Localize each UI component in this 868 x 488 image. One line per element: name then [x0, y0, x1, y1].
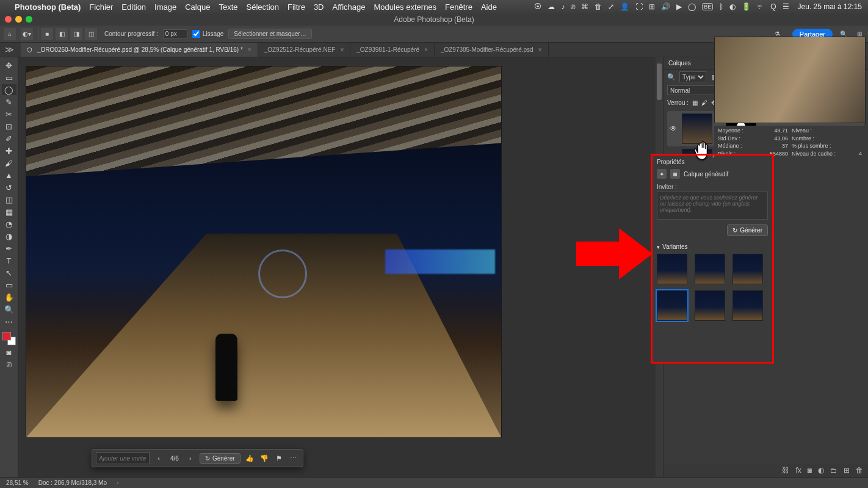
- document-tab[interactable]: _OZ97385-Modifier-Récupéré.psd ×: [435, 43, 549, 57]
- document-tab[interactable]: _OZ92512-Récupéré.NEF ×: [258, 43, 351, 57]
- home-icon[interactable]: ⌂: [4, 28, 16, 40]
- link-layers-icon[interactable]: ⛓: [782, 466, 789, 475]
- eyedropper-tool-icon[interactable]: ✐: [2, 133, 16, 144]
- thumbs-down-icon[interactable]: 👎: [259, 453, 270, 464]
- stamp-tool-icon[interactable]: ▲: [2, 170, 16, 181]
- variant-thumbnail[interactable]: [732, 254, 763, 284]
- color-swatches[interactable]: [2, 332, 16, 345]
- path-select-tool-icon[interactable]: ↖: [2, 267, 16, 278]
- battery-icon[interactable]: 🔋: [742, 2, 751, 11]
- anti-alias-checkbox[interactable]: Lissage: [192, 30, 223, 38]
- close-tab-icon[interactable]: ×: [340, 46, 344, 53]
- menu-image[interactable]: Image: [154, 2, 176, 12]
- quick-select-tool-icon[interactable]: ✎: [2, 96, 16, 107]
- zoom-level[interactable]: 28,51 %: [6, 479, 29, 486]
- gradient-tool-icon[interactable]: ▦: [2, 206, 16, 217]
- quick-mask-icon[interactable]: ◙: [2, 346, 16, 357]
- close-window-button[interactable]: [5, 16, 12, 23]
- minimize-window-button[interactable]: [15, 16, 22, 23]
- menu-texte[interactable]: Texte: [219, 2, 237, 12]
- status-icon[interactable]: 🗑: [595, 2, 602, 11]
- new-layer-icon[interactable]: ⊞: [844, 466, 850, 475]
- delete-layer-icon[interactable]: 🗑: [856, 466, 863, 475]
- lock-pixels-icon[interactable]: 🖌: [701, 99, 707, 106]
- menu-fenetre[interactable]: Fenêtre: [445, 2, 472, 12]
- layer-style-icon[interactable]: fx: [795, 466, 801, 475]
- status-icon[interactable]: ⌘: [581, 2, 588, 11]
- feather-input[interactable]: [163, 29, 187, 39]
- control-center-icon[interactable]: ☰: [783, 2, 789, 11]
- status-icon[interactable]: ▶: [676, 2, 682, 11]
- lasso-tool-icon[interactable]: ◯: [2, 84, 16, 95]
- collapse-tabs-icon[interactable]: ≫: [5, 45, 15, 54]
- prompt-textarea[interactable]: [657, 192, 768, 220]
- menu-3d[interactable]: 3D: [314, 2, 324, 12]
- generate-button[interactable]: ↻ Générer: [200, 453, 241, 464]
- subtract-selection-icon[interactable]: ◨: [70, 28, 82, 40]
- dodge-tool-icon[interactable]: ◑: [2, 231, 16, 242]
- foreground-color-swatch[interactable]: [2, 332, 11, 340]
- frame-tool-icon[interactable]: ⊡: [2, 121, 16, 132]
- select-and-mask-button[interactable]: Sélectionner et masquer…: [228, 29, 311, 39]
- status-icon[interactable]: ♪: [561, 2, 565, 11]
- menu-selection[interactable]: Sélection: [247, 2, 279, 12]
- generate-button[interactable]: ↻ Générer: [727, 224, 768, 236]
- zoom-window-button[interactable]: [26, 16, 32, 23]
- pen-tool-icon[interactable]: ✒: [2, 243, 16, 254]
- edit-toolbar-icon[interactable]: ⋯: [2, 316, 16, 327]
- clock[interactable]: Jeu. 25 mai à 12:15: [798, 2, 862, 11]
- menu-calque[interactable]: Calque: [185, 2, 210, 12]
- more-icon[interactable]: ⋯: [288, 453, 299, 464]
- next-variant-icon[interactable]: ›: [185, 453, 196, 464]
- type-tool-icon[interactable]: T: [2, 255, 16, 266]
- screen-mode-icon[interactable]: ⎚: [2, 359, 16, 370]
- layer-mask-icon[interactable]: ◙: [808, 466, 812, 475]
- status-icon[interactable]: ⛶: [635, 2, 643, 11]
- generative-prompt-input[interactable]: [96, 452, 150, 464]
- menu-affichage[interactable]: Affichage: [333, 2, 366, 12]
- adjustment-layer-icon[interactable]: ◐: [818, 466, 824, 475]
- thumbs-up-icon[interactable]: 👍: [244, 453, 255, 464]
- flag-icon[interactable]: ⚑: [273, 453, 284, 464]
- app-name[interactable]: Photoshop (Beta): [15, 2, 81, 12]
- document-tab[interactable]: _OZ93981-1-Récupéré ×: [350, 43, 435, 57]
- status-icon[interactable]: ⊞: [649, 2, 655, 11]
- close-tab-icon[interactable]: ×: [248, 46, 251, 53]
- new-selection-icon[interactable]: ■: [41, 28, 53, 40]
- variants-header[interactable]: ▾ Variantes: [657, 236, 768, 250]
- anti-alias-input[interactable]: [192, 30, 200, 38]
- status-chevron-icon[interactable]: ›: [117, 479, 118, 486]
- group-icon[interactable]: 🗀: [830, 466, 837, 475]
- status-icon[interactable]: 👤: [620, 2, 629, 11]
- healing-tool-icon[interactable]: ✚: [2, 145, 16, 156]
- menu-fichier[interactable]: Fichier: [89, 2, 113, 12]
- crop-tool-icon[interactable]: ✂: [2, 109, 16, 120]
- status-icon[interactable]: ⤢: [608, 2, 614, 11]
- menu-filtre[interactable]: Filtre: [288, 2, 305, 12]
- search-icon[interactable]: 🔍: [667, 73, 676, 81]
- contextual-taskbar[interactable]: ‹ 4/6 › ↻ Générer 👍 👎 ⚑ ⋯: [92, 449, 303, 467]
- wifi-icon[interactable]: ᯤ: [757, 2, 764, 11]
- variant-thumbnail[interactable]: [657, 290, 687, 321]
- intersect-selection-icon[interactable]: ◫: [85, 28, 97, 40]
- history-brush-tool-icon[interactable]: ↺: [2, 182, 16, 193]
- menu-modules[interactable]: Modules externes: [374, 2, 436, 12]
- status-icon[interactable]: BE: [702, 3, 713, 10]
- layer-thumbnail[interactable]: [682, 113, 712, 144]
- eraser-tool-icon[interactable]: ◫: [2, 194, 16, 205]
- status-icon[interactable]: ⦿: [534, 2, 541, 11]
- variant-thumbnail[interactable]: [695, 290, 725, 321]
- bluetooth-icon[interactable]: ᛒ: [719, 2, 723, 11]
- variant-thumbnail[interactable]: [732, 290, 763, 321]
- properties-panel-title[interactable]: Propriétés: [657, 159, 768, 165]
- status-icon[interactable]: ☁: [548, 2, 555, 11]
- close-tab-icon[interactable]: ×: [424, 46, 428, 53]
- tool-preset-icon[interactable]: ◐▾: [21, 28, 33, 40]
- menu-aide[interactable]: Aide: [481, 2, 497, 12]
- menu-edition[interactable]: Edition: [121, 2, 146, 12]
- doc-size[interactable]: Doc : 206,9 Mo/318,3 Mo: [38, 479, 107, 486]
- prev-variant-icon[interactable]: ‹: [153, 453, 164, 464]
- brush-tool-icon[interactable]: 🖌: [2, 157, 16, 168]
- document-tab[interactable]: ⬡ _ORO0260-Modifier-Récupéré.psd @ 28,5%…: [21, 43, 258, 57]
- document-canvas[interactable]: [26, 66, 502, 438]
